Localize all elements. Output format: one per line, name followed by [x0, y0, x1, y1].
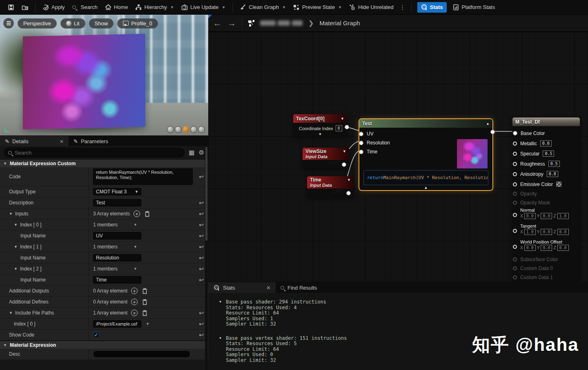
path-field[interactable]: /Project/Example.usf — [93, 320, 141, 328]
trash-icon[interactable] — [144, 210, 150, 217]
hierarchy-button[interactable]: Hierarchy ▼ — [131, 2, 178, 13]
back-arrow-icon[interactable]: ← — [213, 19, 222, 27]
display-filter-icon[interactable]: ▦ — [189, 149, 194, 156]
pin-specular[interactable] — [513, 152, 517, 156]
trash-icon[interactable] — [141, 299, 148, 305]
profile-button[interactable]: Profile_0 — [117, 18, 158, 29]
vector-z[interactable]: 0.0 — [557, 245, 569, 251]
close-icon[interactable]: ✕ — [266, 285, 271, 291]
details-search-input[interactable] — [15, 150, 180, 156]
details-scrollbar[interactable] — [205, 146, 208, 370]
show-code-checkbox[interactable]: ✓ — [93, 332, 99, 338]
teapot-mesh-button[interactable] — [198, 126, 205, 133]
cylinder-mesh-button[interactable] — [167, 126, 174, 133]
texcoord-output-pin[interactable] — [345, 125, 349, 129]
chevron-down-icon[interactable]: ▼ — [343, 149, 346, 153]
node-material-result[interactable]: M_Test_Df Base Color Metallic 0.0 Specul… — [512, 117, 580, 281]
more-options-icon[interactable]: ⋮ — [397, 2, 408, 12]
pin-value[interactable]: 0.5 — [543, 151, 554, 157]
pin-metallic[interactable] — [513, 142, 517, 146]
search-button[interactable]: Search — [69, 2, 101, 12]
coordinate-index-value[interactable]: 0 — [336, 125, 342, 131]
tab-stats[interactable]: Stats ✕ — [208, 282, 276, 293]
pin-value[interactable]: 0.0 — [547, 171, 558, 177]
vector-z[interactable]: 1.0 — [557, 213, 569, 219]
pin-base-color[interactable] — [513, 131, 517, 135]
pin-normal[interactable] — [513, 213, 517, 217]
chevron-down-icon[interactable]: ▼ — [134, 223, 137, 227]
emissive-color-swatch[interactable] — [556, 182, 561, 187]
vector-x[interactable]: 0.0 — [524, 213, 536, 219]
plane-mesh-button[interactable] — [183, 126, 189, 133]
chevron-down-icon[interactable]: ▼ — [134, 245, 137, 249]
tab-details[interactable]: ✎ Details ✕ — [0, 136, 69, 146]
pin-anisotropy[interactable] — [513, 172, 517, 176]
test-input-pin-uv[interactable] — [359, 132, 363, 136]
section-material-expression-custom[interactable]: ▼ Material Expression Custom — [0, 159, 208, 167]
tab-parameters[interactable]: ✎ Parameters — [69, 136, 113, 146]
description-input[interactable]: Test — [93, 199, 141, 206]
settings-gear-icon[interactable]: ⚙ — [199, 149, 204, 156]
add-element-icon[interactable]: + — [131, 310, 138, 316]
section-material-expression[interactable]: ▼ Material Expression — [0, 341, 208, 349]
vector-y[interactable]: 0.0 — [541, 213, 552, 219]
collapse-triangle-icon[interactable]: ▼ — [14, 267, 18, 271]
trash-icon[interactable] — [141, 288, 148, 294]
collapse-triangle-icon[interactable]: ▼ — [9, 212, 13, 216]
viewport-menu-button[interactable] — [3, 18, 14, 29]
test-input-pin-time[interactable] — [359, 150, 363, 154]
input-name-field[interactable]: Resolution — [93, 254, 141, 261]
sphere-mesh-button[interactable] — [175, 126, 182, 133]
browse-button[interactable] — [18, 2, 32, 13]
add-element-icon[interactable]: + — [131, 299, 138, 305]
details-search-box[interactable] — [4, 148, 185, 157]
test-input-pin-resolution[interactable] — [359, 141, 363, 145]
lit-button[interactable]: Lit — [60, 18, 85, 29]
pin-roughness[interactable] — [513, 162, 517, 166]
viewsize-output-pin[interactable] — [342, 162, 346, 167]
preview-state-button[interactable]: Preview State ▼ — [290, 2, 345, 13]
node-time[interactable]: Time ▼ Input Data — [307, 176, 354, 197]
collapse-triangle-icon[interactable]: ▼ — [14, 245, 18, 249]
chevron-up-icon[interactable]: ▲ — [486, 122, 490, 126]
save-button[interactable] — [4, 2, 18, 13]
node-test-custom[interactable]: Test ▲ UV Resolution Time return MainRay… — [359, 118, 493, 191]
pin-value[interactable]: 0.0 — [540, 140, 552, 146]
test-output-pin[interactable] — [490, 130, 495, 134]
time-output-pin[interactable] — [346, 191, 351, 195]
chevron-up-icon[interactable]: ▲ — [359, 185, 492, 190]
desc-input[interactable] — [93, 350, 190, 358]
pin-value[interactable]: 0.5 — [548, 161, 560, 167]
tab-find-results[interactable]: Find Results — [276, 282, 322, 293]
platform-stats-button[interactable]: Platform Stats — [449, 2, 499, 13]
perspective-button[interactable]: Perspective — [18, 18, 57, 29]
close-icon[interactable]: ✕ — [60, 139, 64, 144]
hide-unrelated-button[interactable]: Hide Unrelated — [345, 2, 397, 13]
node-viewsize[interactable]: ViewSize ▼ Input Data — [303, 148, 349, 169]
live-update-button[interactable]: Live Update ▼ — [178, 2, 229, 13]
cube-mesh-button[interactable] — [190, 126, 197, 133]
vector-y[interactable]: 0.0 — [541, 245, 552, 251]
input-name-field[interactable]: Time — [93, 276, 141, 284]
test-node-code-box[interactable]: return MainRaymarch(UV * Resolution, Res… — [363, 170, 488, 185]
chevron-down-icon[interactable]: ▼ — [293, 132, 347, 137]
stats-button[interactable]: Stats — [417, 2, 447, 13]
trash-icon[interactable] — [141, 310, 148, 316]
input-name-field[interactable]: UV — [93, 232, 141, 239]
chevron-down-icon[interactable]: ▼ — [341, 117, 344, 121]
collapse-triangle-icon[interactable]: ▼ — [14, 223, 18, 227]
clean-graph-button[interactable]: Clean Graph ▼ — [236, 2, 290, 13]
home-button[interactable]: Home — [101, 2, 132, 13]
code-textarea[interactable]: return MainRaymarch(UV * Resolution, Res… — [93, 168, 193, 185]
output-type-dropdown[interactable]: CMOT Float 3 ▼ — [93, 188, 141, 195]
vector-x[interactable]: 1.0 — [524, 229, 536, 235]
chevron-down-icon[interactable]: ▼ — [146, 322, 149, 326]
node-texcoord[interactable]: TexCoord[0] ▼ Coordinate Index 0 ▼ — [293, 114, 347, 137]
vector-y[interactable]: 0.0 — [541, 229, 552, 235]
add-element-icon[interactable]: + — [131, 288, 138, 294]
vector-x[interactable]: 0.0 — [524, 245, 536, 251]
pin-emissive-color[interactable] — [513, 182, 517, 186]
collapse-triangle-icon[interactable]: ▼ — [9, 311, 13, 315]
vector-z[interactable]: 0.0 — [557, 229, 569, 235]
pin-world-position-offset[interactable] — [513, 245, 517, 249]
